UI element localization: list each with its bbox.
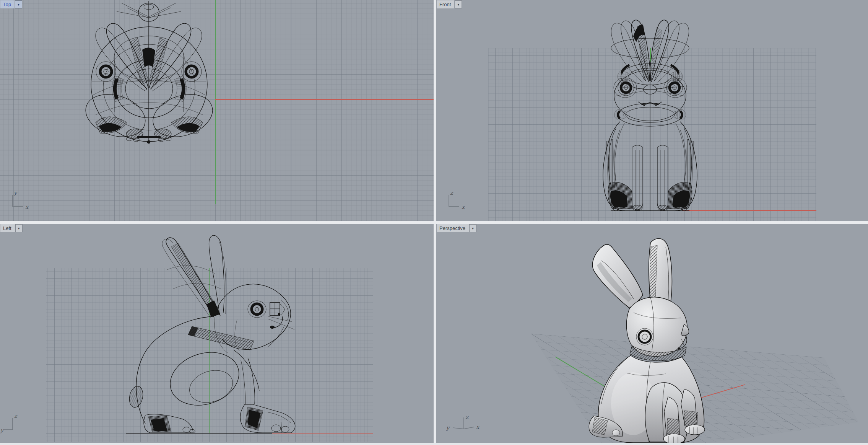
viewport-tab-perspective[interactable]: Perspective ▾ <box>437 224 476 232</box>
chevron-down-icon[interactable]: ▾ <box>15 224 23 232</box>
app-window: y x Top ▾ <box>0 0 868 445</box>
viewport-title[interactable]: Left <box>0 224 15 232</box>
chevron-down-icon[interactable]: ▾ <box>455 0 462 8</box>
viewport-front[interactable]: z x Front ▾ <box>436 0 868 221</box>
window-bottom-edge <box>0 443 868 445</box>
viewport-title[interactable]: Perspective <box>437 224 469 232</box>
perspective-view <box>436 224 868 443</box>
axis-gizmo-top: y x <box>3 189 34 212</box>
gizmo-side-label: y <box>0 427 5 434</box>
rabbit-top-view <box>80 1 218 144</box>
front-view-wireframe <box>436 0 868 221</box>
chevron-down-icon[interactable]: ▾ <box>469 224 476 232</box>
viewport-top[interactable]: y x Top ▾ <box>0 0 434 221</box>
chevron-down-icon[interactable]: ▾ <box>15 0 22 8</box>
gizmo-right-label: x <box>476 424 480 430</box>
left-view-wireframe <box>0 224 434 443</box>
gizmo-up-label: z <box>465 414 469 421</box>
axis-gizmo-front: z x <box>439 189 470 212</box>
gizmo-left-label: y <box>446 424 450 431</box>
rabbit-left-view <box>126 235 295 433</box>
viewport-title[interactable]: Front <box>437 0 454 8</box>
viewport-tab-top[interactable]: Top ▾ <box>0 0 22 8</box>
gizmo-side-label: x <box>462 204 465 210</box>
viewport-tab-left[interactable]: Left ▾ <box>0 224 23 232</box>
axis-gizmo-left: z y <box>0 413 31 440</box>
gizmo-up-label: z <box>14 413 18 419</box>
viewport-perspective[interactable]: z y x Perspective ▾ <box>436 224 868 443</box>
axis-gizmo-perspective: z y x <box>444 414 486 437</box>
gizmo-up-label: y <box>13 189 18 196</box>
viewport-title[interactable]: Top <box>0 0 15 8</box>
viewport-tab-front[interactable]: Front ▾ <box>437 0 462 8</box>
gizmo-up-label: z <box>450 189 454 196</box>
gizmo-side-label: x <box>25 204 29 210</box>
viewport-left[interactable]: z y Left ▾ <box>0 224 434 443</box>
top-view-wireframe <box>0 0 434 221</box>
